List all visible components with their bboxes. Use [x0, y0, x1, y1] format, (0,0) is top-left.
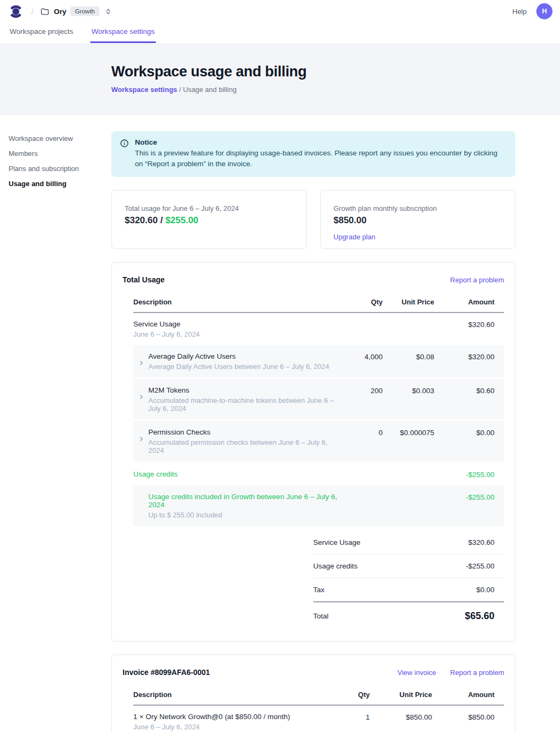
tab-workspace-settings[interactable]: Workspace settings [90, 23, 156, 43]
chevron-up-down-icon [105, 8, 112, 15]
invoice-table-header: Description Qty Unit Price Amount [133, 685, 504, 706]
total-usage-detail-card: Total Usage Report a problem Description… [111, 262, 515, 642]
summary-row-tax: Tax $0.00 [313, 578, 504, 602]
invoice-row-growth-plan: 1 × Ory Network Growth@0 (at $850.00 / m… [133, 706, 504, 732]
ory-logo-icon[interactable] [9, 4, 23, 19]
breadcrumb: Workspace settings / Usage and billing [111, 86, 560, 94]
usage-table-header: Description Qty Unit Price Amount [133, 293, 504, 313]
top-header: / Ory Growth Help H [0, 0, 560, 23]
sidebar-item-workspace-overview[interactable]: Workspace overview [9, 134, 106, 143]
main-content: Notice This is a preview feature for dis… [111, 115, 515, 732]
summary-row-usage-credits: Usage credits -$255.00 [313, 555, 504, 578]
breadcrumb-separator: / [31, 7, 33, 16]
plan-badge: Growth [70, 6, 99, 16]
sidebar-item-usage-and-billing[interactable]: Usage and billing [9, 180, 106, 188]
total-usage-label: Total usage for June 6 – July 6, 2024 [125, 204, 293, 212]
notice-title: Notice [135, 138, 506, 146]
subscription-amount: $850.00 [334, 215, 502, 226]
page-hero: Workspace usage and billing Workspace se… [0, 43, 560, 115]
page-title: Workspace usage and billing [111, 63, 560, 80]
usage-row-usage-credits: Usage credits -$255.00 [133, 463, 504, 486]
info-icon [120, 139, 129, 169]
folder-icon [40, 7, 49, 16]
usage-row-service-usage: Service Usage June 6 – July 6, 2024 $320… [133, 313, 504, 345]
help-link[interactable]: Help [512, 8, 527, 16]
workspace-tabs: Workspace projects Workspace settings [0, 23, 560, 43]
subscription-label: Growth plan monthly subscription [334, 204, 502, 212]
chevron-right-icon [138, 394, 146, 400]
breadcrumb-workspace-settings-link[interactable]: Workspace settings [111, 86, 177, 94]
upgrade-plan-link[interactable]: Upgrade plan [334, 233, 376, 241]
user-avatar[interactable]: H [536, 3, 552, 19]
invoice-card: Invoice #8099AFA6-0001 View invoice Repo… [111, 655, 515, 732]
workspace-switcher[interactable]: Ory Growth [40, 6, 111, 16]
usage-row-m2m-tokens[interactable]: M2M Tokens Accumulated machine-to-machin… [133, 379, 504, 421]
sidebar-item-plans-and-subscription[interactable]: Plans and subscription [9, 165, 106, 173]
usage-row-credits-included: Usage credits included in Growth between… [133, 486, 504, 528]
total-usage-value: $320.60 / $255.00 [125, 215, 293, 226]
tab-workspace-projects[interactable]: Workspace projects [9, 23, 74, 43]
chevron-right-icon [138, 436, 146, 442]
chevron-right-icon [138, 360, 146, 366]
summary-row-service-usage: Service Usage $320.60 [313, 531, 504, 555]
usage-row-daily-active-users[interactable]: Average Daily Active Users Average Daily… [133, 345, 504, 379]
invoice-title: Invoice #8099AFA6-0001 [123, 668, 210, 677]
total-usage-card: Total usage for June 6 – July 6, 2024 $3… [111, 190, 307, 249]
usage-included-value: $255.00 [166, 215, 198, 225]
view-invoice-link[interactable]: View invoice [398, 669, 436, 677]
sidebar-item-members[interactable]: Members [9, 150, 106, 158]
preview-notice: Notice This is a preview feature for dis… [111, 131, 515, 177]
settings-sidebar: Workspace overview Members Plans and sub… [0, 115, 111, 732]
summary-cards: Total usage for June 6 – July 6, 2024 $3… [111, 190, 515, 249]
subscription-card: Growth plan monthly subscription $850.00… [320, 190, 516, 249]
notice-body: This is a preview feature for displaying… [135, 148, 506, 169]
report-problem-link[interactable]: Report a problem [450, 276, 504, 284]
usage-card-title: Total Usage [123, 275, 164, 284]
report-problem-link[interactable]: Report a problem [450, 669, 504, 677]
workspace-name: Ory [54, 8, 66, 16]
usage-row-permission-checks[interactable]: Permission Checks Accumulated permission… [133, 421, 504, 463]
usage-summary: Service Usage $320.60 Usage credits -$25… [313, 531, 504, 629]
breadcrumb-current: / Usage and billing [177, 86, 237, 94]
summary-row-total: Total $65.60 [313, 602, 504, 629]
